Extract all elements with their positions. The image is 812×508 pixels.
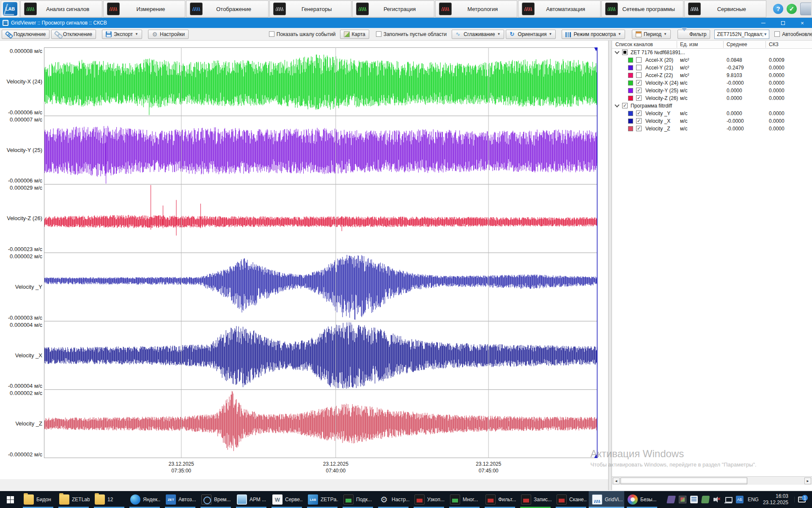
column-header[interactable]: СКЗ: [769, 41, 779, 47]
waveform-plot[interactable]: [44, 47, 598, 458]
chevron-down-icon[interactable]: [614, 102, 619, 107]
tray-app-icon[interactable]: [800, 3, 811, 15]
module-tab[interactable]: Регистрация: [352, 0, 434, 17]
panel-splitter[interactable]: [608, 41, 612, 490]
window-titlebar[interactable]: GridViewer :: Просмотр сигналов :: СКСВ …: [0, 18, 812, 28]
connect-button[interactable]: Подключение: [2, 30, 49, 39]
column-header[interactable]: Ед. изм: [680, 41, 698, 47]
checkbox-box[interactable]: [376, 31, 381, 37]
checkbox-box[interactable]: [269, 31, 274, 37]
channel-row[interactable]: Accel-X (20) м/с² 0.0848 0.0009: [612, 56, 812, 64]
channel-row[interactable]: ✓ Velocity-X (24) м/с -0.0000 0.0000: [612, 79, 812, 87]
group-checkbox[interactable]: [622, 50, 628, 55]
view-mode-button[interactable]: Режим просмотра▼: [562, 30, 625, 39]
channel-group-row[interactable]: ZET 7176 №df681891...: [612, 49, 812, 56]
settings-button[interactable]: ⚙Настройки: [148, 30, 189, 39]
help-icon[interactable]: ?: [773, 4, 783, 14]
taskbar-app[interactable]: АРМ ...: [233, 491, 269, 508]
status-ok-icon[interactable]: ✓: [787, 4, 797, 14]
zetlab-logo-button[interactable]: LAB: [1, 0, 19, 17]
channel-checkbox[interactable]: [636, 72, 642, 78]
checkbox-box[interactable]: [774, 31, 780, 37]
taskbar-app[interactable]: LAB ZETPa...: [304, 491, 340, 508]
taskbar-app[interactable]: 12: [91, 491, 127, 508]
module-tab[interactable]: Анализ сигналов: [20, 0, 102, 17]
column-header[interactable]: Среднее: [727, 41, 747, 47]
taskbar-app[interactable]: Врем...: [198, 491, 233, 508]
signal-chart-area[interactable]: 0.000008 м/сVelocity-X (24)-0.000006 м/с…: [0, 41, 608, 483]
channel-group-row[interactable]: ✓ Программа filtrdiff: [612, 102, 812, 110]
taskbar-app[interactable]: W Серве...: [269, 491, 304, 508]
close-button[interactable]: ×: [793, 18, 812, 28]
column-header[interactable]: Список каналов: [615, 41, 653, 47]
start-button[interactable]: [0, 491, 20, 508]
restore-button[interactable]: [773, 18, 793, 28]
module-tab[interactable]: Сетевые программы: [601, 0, 683, 17]
module-tab[interactable]: Измерение: [103, 0, 185, 17]
scroll-left-arrow[interactable]: ◄: [613, 478, 620, 484]
taskbar-clock[interactable]: 16:03 23.12.2025: [763, 493, 788, 506]
channel-checkbox[interactable]: ✓: [636, 88, 642, 93]
module-tab[interactable]: Отображение: [186, 0, 268, 17]
module-tab[interactable]: Сервисные: [684, 0, 766, 17]
volume-muted-icon[interactable]: [713, 496, 721, 503]
channel-checkbox[interactable]: ✓: [636, 110, 642, 116]
minimize-button[interactable]: [754, 18, 773, 28]
module-tab[interactable]: Генераторы: [269, 0, 351, 17]
disconnect-button[interactable]: Отключение: [51, 30, 96, 39]
taskbar-app[interactable]: Безы...: [624, 491, 660, 508]
taskbar-app[interactable]: ZETLab: [56, 491, 91, 508]
taskbar-app[interactable]: Скане...: [553, 491, 589, 508]
group-checkbox[interactable]: ✓: [622, 103, 628, 108]
channel-row[interactable]: ✓ Velocity _X м/с -0.0000 0.0000: [612, 117, 812, 125]
channel-checkbox[interactable]: [636, 57, 642, 63]
map-button[interactable]: Карта: [340, 30, 369, 39]
channel-checkbox[interactable]: [636, 65, 642, 70]
filter-button[interactable]: Фильтр: [678, 30, 710, 39]
notification-center-button[interactable]: 1: [794, 497, 809, 502]
network-icon[interactable]: [724, 496, 732, 503]
channel-row[interactable]: ✓ Velocity _Y м/с 0.0000 0.0000: [612, 110, 812, 117]
smoothing-button[interactable]: ∿Сглаживание▼: [452, 30, 504, 39]
autorefresh-checkbox[interactable]: Автообновление: [774, 31, 812, 37]
device-select[interactable]: ZET7152N_Подвал;▼: [714, 30, 769, 39]
channel-row[interactable]: Accel-Y (21) м/с² -0.2479 0.0000: [612, 64, 812, 72]
keyboard-language[interactable]: ENG: [748, 497, 759, 502]
taskbar-app[interactable]: Фильт...: [482, 491, 518, 508]
taskbar-app[interactable]: Запис...: [518, 491, 553, 508]
channel-list-header[interactable]: Список каналовЕд. измСреднееСКЗ: [612, 41, 812, 49]
document-icon[interactable]: [690, 496, 698, 503]
channel-row[interactable]: ✓ Velocity-Y (25) м/с 0.0000 0.0000: [612, 87, 812, 94]
taskbar-app[interactable]: Узкоп...: [411, 491, 447, 508]
taskbar-app[interactable]: Подк...: [340, 491, 376, 508]
channel-row[interactable]: Accel-Z (22) м/с² 9.8103 0.0000: [612, 72, 812, 79]
funnel-icon: [681, 31, 687, 37]
wallet-icon[interactable]: [701, 496, 710, 503]
show-event-scale-checkbox[interactable]: Показать шкалу событий: [269, 31, 336, 37]
taskbar-app[interactable]: ⚙ Настр...: [376, 491, 411, 508]
chevron-down-icon[interactable]: [614, 49, 619, 54]
channel-row[interactable]: ✓ Velocity-Z (26) м/с 0.0000 0.0000: [612, 94, 812, 102]
orientation-button[interactable]: ↻Ориентация▼: [506, 30, 556, 39]
scrollbar-thumb[interactable]: [620, 478, 747, 484]
period-button[interactable]: Период▼: [632, 30, 671, 39]
channel-row[interactable]: ✓ Velocity _Z м/с -0.0000 0.0000: [612, 125, 812, 133]
ime-icon[interactable]: АБ: [736, 496, 743, 503]
channel-checkbox[interactable]: ✓: [636, 126, 642, 131]
fill-empty-checkbox[interactable]: Заполнить пустые области: [376, 31, 447, 37]
photos-icon[interactable]: [679, 496, 686, 503]
taskbar-app[interactable]: Мног...: [447, 491, 482, 508]
channel-checkbox[interactable]: ✓: [636, 95, 642, 101]
scroll-right-arrow[interactable]: ►: [804, 478, 811, 484]
channel-checkbox[interactable]: ✓: [636, 80, 642, 86]
taskbar-app[interactable]: ZET Автоз...: [162, 491, 198, 508]
taskbar-app[interactable]: GridVi...: [589, 491, 624, 508]
channel-checkbox[interactable]: ✓: [636, 118, 642, 124]
module-tab[interactable]: Автоматизация: [518, 0, 600, 17]
taskbar-app[interactable]: Бидон: [20, 491, 56, 508]
channel-panel-scrollbar[interactable]: ◄ ►: [612, 476, 812, 485]
module-tab[interactable]: Метрология: [435, 0, 517, 17]
vr-box-icon[interactable]: [667, 496, 676, 503]
taskbar-app[interactable]: Яндек...: [127, 491, 162, 508]
export-button[interactable]: Экспорт▼: [102, 30, 142, 39]
